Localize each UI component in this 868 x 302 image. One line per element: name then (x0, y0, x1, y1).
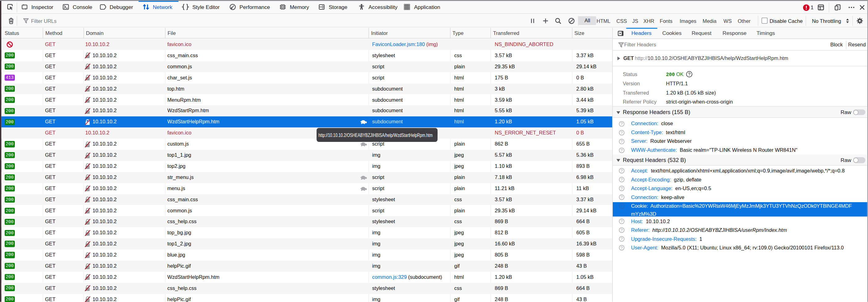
svg-text:?: ? (621, 130, 623, 135)
svg-text:?: ? (621, 245, 623, 250)
svg-text:?: ? (621, 186, 623, 191)
svg-text:?: ? (621, 219, 623, 223)
svg-text:?: ? (621, 177, 623, 182)
svg-text:?: ? (621, 237, 623, 241)
svg-text:?: ? (621, 148, 623, 152)
svg-text:?: ? (621, 204, 623, 208)
svg-text:?: ? (688, 71, 691, 77)
svg-text:?: ? (621, 139, 623, 144)
svg-text:?: ? (621, 169, 623, 173)
svg-text:?: ? (621, 121, 623, 126)
svg-text:?: ? (621, 228, 623, 233)
svg-text:?: ? (621, 195, 623, 200)
